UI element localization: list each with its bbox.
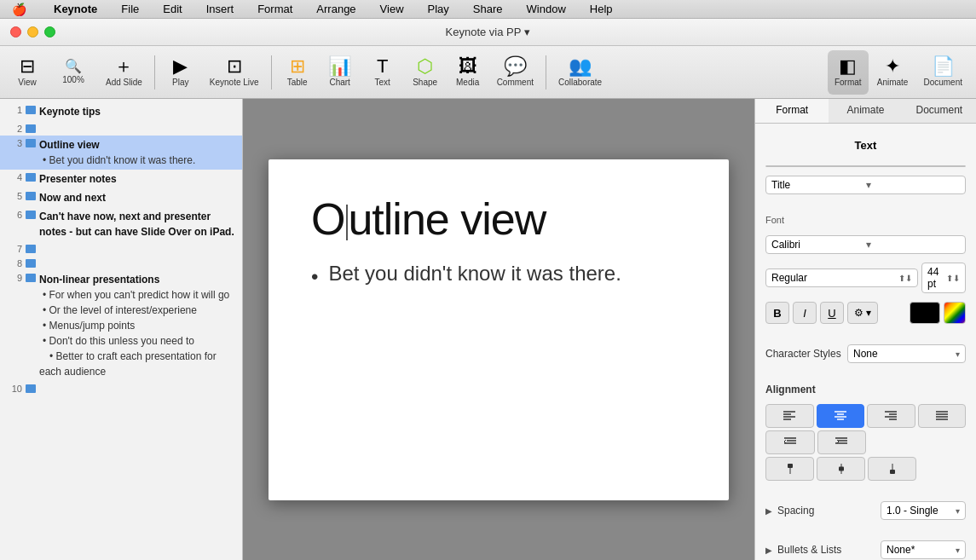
zoom-button[interactable]: 🔍 100%: [49, 50, 97, 95]
italic-button[interactable]: I: [793, 302, 817, 324]
window-title: Keynote via PP ▾: [446, 26, 531, 38]
vertical-bottom-button[interactable]: [868, 457, 916, 481]
play-button[interactable]: ▶ Play: [160, 50, 201, 95]
animate-button[interactable]: ✦ Animate: [870, 50, 915, 95]
spacing-value: 1.0 - Single: [886, 505, 938, 517]
font-size-input[interactable]: 44 pt ⬆⬇: [921, 263, 966, 293]
underline-button[interactable]: U: [820, 302, 844, 324]
add-slide-button[interactable]: ＋ Add Slide: [99, 50, 149, 95]
font-style-arrows: ⬆⬇: [898, 274, 912, 283]
align-left-button[interactable]: [765, 404, 814, 428]
slide-text-6: Can't have now, next and presenter notes…: [39, 209, 235, 240]
slide-item-5[interactable]: 5 Now and next: [0, 188, 242, 207]
slide-title[interactable]: Outline view: [311, 193, 686, 245]
align-right-button[interactable]: [867, 404, 915, 428]
help-menu[interactable]: Help: [585, 2, 618, 16]
slide-item-2[interactable]: 2: [0, 121, 242, 136]
window-menu[interactable]: Window: [522, 2, 571, 16]
font-family-selector[interactable]: Calibri ▾: [765, 235, 966, 254]
indent-increase-button[interactable]: [817, 430, 867, 454]
bullets-value: None*: [886, 544, 915, 556]
tab-animate[interactable]: Animate: [829, 99, 902, 123]
file-menu[interactable]: File: [116, 2, 144, 16]
slide-item-9[interactable]: 9 Non-linear presentations • For when yo…: [0, 270, 242, 381]
media-label: Media: [456, 78, 479, 87]
text-color-swatch[interactable]: [910, 302, 940, 324]
spacing-expand-arrow[interactable]: ▶: [765, 506, 772, 516]
share-menu[interactable]: Share: [468, 2, 508, 16]
bullets-selector[interactable]: None* ▾: [881, 540, 966, 559]
play-menu[interactable]: Play: [423, 2, 454, 16]
app-name-menu[interactable]: Keynote: [49, 2, 102, 16]
format-menu[interactable]: Format: [252, 2, 297, 16]
tab-format[interactable]: Format: [755, 99, 829, 123]
title-label: Keynote via PP: [446, 26, 522, 38]
spacing-selector[interactable]: 1.0 - Single ▾: [881, 501, 966, 520]
keynote-live-button[interactable]: ⊡ Keynote Live: [203, 50, 266, 95]
shape-button[interactable]: ⬡ Shape: [405, 50, 446, 95]
slide-item-6[interactable]: 6 Can't have now, next and presenter not…: [0, 207, 242, 241]
bold-button[interactable]: B: [765, 302, 789, 324]
fullscreen-button[interactable]: [44, 26, 55, 38]
bullets-row: ▶ Bullets & Lists None* ▾: [765, 540, 966, 559]
format-panel-button[interactable]: ◧ Format: [828, 50, 869, 95]
tab-document[interactable]: Document: [903, 99, 976, 123]
title-style-selector[interactable]: Title ▾: [765, 176, 966, 194]
align-center-button[interactable]: [817, 404, 865, 428]
separator-1: [154, 55, 155, 89]
keynote-live-label: Keynote Live: [210, 78, 259, 87]
slide-item-1[interactable]: 1 Keynote tips: [0, 102, 242, 121]
media-button[interactable]: 🖼 Media: [448, 50, 488, 95]
comment-label: Comment: [497, 78, 534, 87]
layout-tab-button[interactable]: Layout: [866, 166, 966, 167]
close-button[interactable]: [10, 26, 21, 38]
char-styles-selector[interactable]: None ▾: [847, 344, 966, 363]
slide-item-10[interactable]: 10: [0, 381, 242, 395]
title-chevron[interactable]: ▾: [524, 26, 530, 38]
view-icon: ⊟: [20, 57, 35, 76]
font-style-selector[interactable]: Regular ⬆⬇: [765, 268, 918, 287]
spacing-row: ▶ Spacing 1.0 - Single ▾: [765, 501, 966, 520]
bullets-expand-arrow[interactable]: ▶: [765, 546, 772, 555]
shape-label: Shape: [413, 78, 437, 87]
align-spacer: [869, 430, 916, 454]
title-style-label: Title: [771, 179, 866, 191]
document-button[interactable]: 📄 Document: [916, 50, 969, 95]
slide-canvas-area[interactable]: Outline view • Bet you didn't know it wa…: [243, 99, 754, 560]
table-icon: ⊞: [290, 57, 305, 76]
slide-item-8[interactable]: 8: [0, 256, 242, 270]
text-icon: T: [377, 57, 388, 76]
format-panel-icon: ◧: [839, 57, 857, 76]
edit-menu[interactable]: Edit: [158, 2, 187, 16]
vertical-top-button[interactable]: [765, 457, 814, 481]
chart-label: Chart: [329, 78, 349, 87]
insert-menu[interactable]: Insert: [201, 2, 240, 16]
comment-button[interactable]: 💬 Comment: [490, 50, 540, 95]
alignment-grid: [765, 404, 966, 481]
view-menu[interactable]: View: [375, 2, 409, 16]
view-button[interactable]: ⊟ View: [7, 50, 48, 95]
table-button[interactable]: ⊞ Table: [277, 50, 318, 95]
text-button[interactable]: T Text: [362, 50, 403, 95]
slide-canvas[interactable]: Outline view • Bet you didn't know it wa…: [269, 159, 729, 500]
slide-num-4: 4: [7, 171, 22, 182]
slide-item-3[interactable]: 3 Outline view • Bet you didn't know it …: [0, 136, 242, 170]
slide-thumb-4: [26, 173, 36, 182]
panel-content: Text Style Layout Title ▾ Font Calibri ▾: [755, 124, 976, 560]
apple-menu[interactable]: 🍎: [7, 2, 32, 17]
slide-item-7[interactable]: 7: [0, 241, 242, 256]
arrange-menu[interactable]: Arrange: [311, 2, 361, 16]
vertical-middle-button[interactable]: [817, 457, 865, 481]
align-justify-button[interactable]: [918, 404, 967, 428]
text-options-button[interactable]: ⚙ ▾: [847, 302, 878, 324]
media-icon: 🖼: [459, 57, 477, 76]
chart-button[interactable]: 📊 Chart: [320, 50, 361, 95]
minimize-button[interactable]: [27, 26, 38, 38]
spacing-label: Spacing: [777, 505, 875, 517]
color-palette-button[interactable]: [944, 302, 966, 324]
style-tab-button[interactable]: Style: [766, 166, 866, 167]
indent-decrease-button[interactable]: [765, 430, 815, 454]
collaborate-button[interactable]: 👥 Collaborate: [552, 50, 609, 95]
slide-item-4[interactable]: 4 Presenter notes: [0, 170, 242, 188]
panel-section-title: Text: [765, 134, 966, 157]
